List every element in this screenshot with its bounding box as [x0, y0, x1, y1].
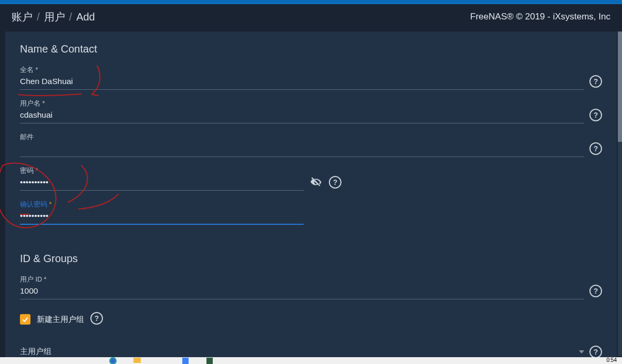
primary-group-select[interactable]: 主用户组	[20, 347, 584, 357]
help-icon[interactable]: ?	[329, 176, 341, 189]
confirm-password-label: 确认密码 *	[20, 200, 304, 209]
taskbar-explorer-icon[interactable]	[125, 357, 149, 364]
help-icon[interactable]: ?	[589, 142, 602, 155]
new-primary-group-row: 新建主用户组 ?	[5, 305, 617, 334]
username-row: 用户名 * ?	[5, 99, 617, 123]
taskbar-edge-icon[interactable]	[109, 357, 117, 364]
taskbar-clock: 0:54	[607, 357, 617, 363]
username-input[interactable]	[20, 109, 584, 123]
taskbar-taskview-icon[interactable]	[77, 357, 101, 364]
fullname-label: 全名 *	[20, 66, 584, 75]
new-primary-group-label: 新建主用户组	[37, 315, 84, 325]
breadcrumb-add[interactable]: Add	[76, 11, 95, 23]
fullname-row: 全名 * ?	[5, 66, 617, 90]
breadcrumb-bar: 账户 / 用户 / Add FreeNAS® © 2019 - iXsystem…	[0, 4, 622, 32]
section-id-groups: ID & Groups	[5, 246, 617, 270]
password-label: 密码 *	[20, 167, 304, 175]
breadcrumb: 账户 / 用户 / Add	[12, 10, 95, 24]
windows-taskbar: 0:54	[0, 357, 622, 364]
taskbar-app-icon[interactable]	[198, 357, 222, 364]
primary-group-row: 主用户组 ?	[5, 346, 617, 357]
breadcrumb-separator: /	[37, 11, 40, 23]
breadcrumb-account[interactable]: 账户	[12, 10, 33, 24]
username-label: 用户名 *	[20, 99, 584, 108]
password-input[interactable]	[20, 176, 304, 191]
chevron-down-icon	[579, 350, 584, 353]
scrollbar-thumb[interactable]	[618, 32, 622, 142]
email-input[interactable]	[20, 143, 584, 157]
confirm-password-row: 确认密码 *	[5, 200, 617, 225]
section-name-contact: Name & Contact	[5, 32, 617, 60]
help-icon[interactable]: ?	[90, 312, 103, 325]
fullname-input[interactable]	[20, 76, 584, 90]
password-row: 密码 * ?	[5, 167, 617, 191]
new-primary-group-checkbox[interactable]	[20, 314, 30, 325]
breadcrumb-users[interactable]: 用户	[44, 10, 65, 24]
userid-row: 用户 ID * ?	[5, 275, 617, 299]
confirm-password-input[interactable]	[20, 210, 304, 225]
userid-label: 用户 ID *	[20, 275, 584, 284]
taskbar-app-icon[interactable]	[149, 357, 173, 364]
primary-group-label: 主用户组	[20, 347, 51, 357]
help-icon[interactable]: ?	[589, 285, 602, 297]
form-panel: Name & Contact 全名 * ? 用户名 * ? 邮件 ?	[5, 32, 617, 357]
email-row: 邮件 ?	[5, 133, 617, 157]
top-strip	[0, 0, 622, 4]
taskbar-search-icon[interactable]	[53, 357, 77, 364]
help-icon[interactable]: ?	[589, 346, 602, 357]
taskbar-tray: 0:54	[607, 357, 622, 363]
taskbar-app-icon[interactable]	[173, 357, 198, 364]
help-icon[interactable]: ?	[589, 75, 602, 88]
email-label: 邮件	[20, 133, 584, 142]
taskbar-app-icon[interactable]	[222, 357, 246, 364]
scrollbar-vertical[interactable]	[618, 32, 622, 356]
userid-input[interactable]	[20, 285, 584, 299]
breadcrumb-separator: /	[69, 11, 72, 23]
help-icon[interactable]: ?	[589, 109, 602, 121]
copyright-text: FreeNAS® © 2019 - iXsystems, Inc	[470, 12, 610, 22]
visibility-off-icon[interactable]	[309, 175, 324, 190]
